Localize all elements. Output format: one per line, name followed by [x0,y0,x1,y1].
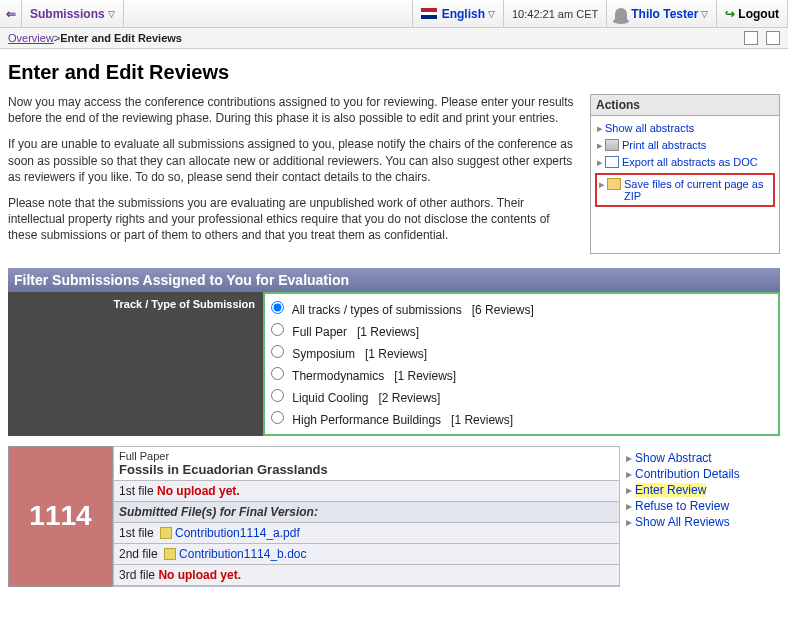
logout-button[interactable]: ↪Logout [717,0,788,27]
filter-option[interactable]: All tracks / types of submissions [6 Rev… [271,298,772,320]
action-show-all-abstracts[interactable]: ▸Show all abstracts [595,120,775,137]
file-link[interactable]: Contribution1114_b.doc [179,547,306,561]
filter-radio[interactable] [271,301,284,314]
submission-id: 1114 [8,446,113,587]
intro-paragraph: Please note that the submissions you are… [8,195,578,244]
chevron-down-icon: ▽ [488,9,495,19]
flag-icon [421,8,437,19]
file-label: 2nd file [119,547,158,561]
chevron-down-icon: ▽ [108,9,115,19]
action-refuse-review[interactable]: ▸Refuse to Review [626,498,780,514]
file-label: 3rd file [119,568,155,582]
action-contribution-details[interactable]: ▸Contribution Details [626,466,780,482]
back-arrow-icon[interactable]: ⇐ [0,0,22,27]
filter-radio[interactable] [271,323,284,336]
zip-icon [607,178,621,190]
file-link[interactable]: Contribution1114_a.pdf [175,526,300,540]
no-upload-text: No upload yet. [158,568,241,582]
topbar-spacer [124,0,413,27]
actions-header: Actions [591,95,779,116]
download-icon[interactable] [766,31,780,45]
chevron-down-icon: ▽ [701,9,708,19]
file-icon [160,527,172,539]
filter-options: All tracks / types of submissions [6 Rev… [263,292,780,436]
intro-paragraph: If you are unable to evaluate all submis… [8,136,578,185]
file-icon [164,548,176,560]
actions-panel: Actions ▸Show all abstracts ▸Print all a… [590,94,780,254]
user-menu[interactable]: Thilo Tester▽ [607,0,717,27]
action-show-abstract[interactable]: ▸Show Abstract [626,450,780,466]
filter-option[interactable]: Full Paper [1 Reviews] [271,320,772,342]
file-row: 3rd file No upload yet. [114,565,619,586]
file-label: 1st file [119,526,154,540]
filter-radio[interactable] [271,389,284,402]
filter-radio[interactable] [271,367,284,380]
action-show-all-reviews[interactable]: ▸Show All Reviews [626,514,780,530]
breadcrumb-overview[interactable]: Overview [8,32,54,44]
print-icon[interactable] [744,31,758,45]
filter-option[interactable]: Symposium [1 Reviews] [271,342,772,364]
filter-option[interactable]: Thermodynamics [1 Reviews] [271,364,772,386]
filter-radio[interactable] [271,345,284,358]
intro-paragraph: Now you may access the conference contri… [8,94,578,126]
filter-option[interactable]: High Performance Buildings [1 Reviews] [271,408,772,430]
logout-icon: ↪ [725,7,735,21]
submissions-link[interactable]: Submissions▽ [22,0,124,27]
no-upload-text: No upload yet. [157,484,240,498]
filter-option[interactable]: Liquid Cooling [2 Reviews] [271,386,772,408]
action-enter-review[interactable]: ▸Enter Review [626,482,780,498]
page-title: Enter and Edit Reviews [8,61,780,84]
breadcrumb-current: Enter and Edit Reviews [60,32,182,44]
language-selector[interactable]: English▽ [413,0,504,27]
action-export-doc[interactable]: ▸Export all abstracts as DOC [595,154,775,171]
filter-label: Track / Type of Submission [8,292,263,436]
printer-icon [605,139,619,151]
submission-actions: ▸Show Abstract ▸Contribution Details ▸En… [620,446,780,587]
action-print-all-abstracts[interactable]: ▸Print all abstracts [595,137,775,154]
final-version-header: Submitted File(s) for Final Version: [114,502,619,523]
user-icon [615,8,627,20]
doc-icon [605,156,619,168]
submission-title: Fossils in Ecuadorian Grasslands [119,462,328,477]
filter-header: Filter Submissions Assigned to You for E… [8,268,780,292]
file-label: 1st file [119,484,154,498]
submission-details: Full PaperFossils in Ecuadorian Grasslan… [113,446,620,587]
clock-display: 10:42:21 am CET [504,0,607,27]
file-row: 1st file Contribution1114_a.pdf [114,523,619,544]
file-row: 2nd file Contribution1114_b.doc [114,544,619,565]
filter-radio[interactable] [271,411,284,424]
action-save-zip[interactable]: ▸Save files of current page as ZIP [595,173,775,207]
submission-type: Full Paper [119,450,169,462]
